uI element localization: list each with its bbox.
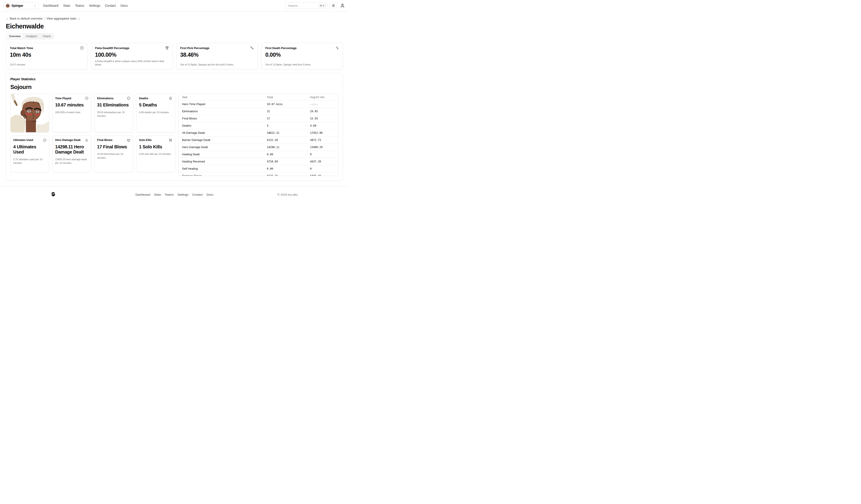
card-note: A Fleta Deadlift is when a player earns …: [95, 60, 169, 66]
card-note: 0.94 solo kills per 10 minutes: [139, 152, 172, 156]
breadcrumb: ← Back to default overview | View aggreg…: [6, 17, 343, 20]
first-pick-card: First Pick Percentage 38.46% Out of 13 f…: [176, 43, 258, 69]
stats-table: Stat Total Avg/10 min Hero Time Played 1…: [178, 94, 339, 176]
card-label: Fleta Deadlift Percentage: [95, 46, 129, 50]
table-row: Deaths 5 4.69: [178, 122, 338, 129]
card-label: Final Blows: [97, 139, 112, 142]
card-value: 17 Final Blows: [97, 144, 130, 150]
crosshair-icon: [127, 97, 130, 100]
footer-nav-docs[interactable]: Docs: [206, 193, 214, 196]
table-row: Healing Received 4734.69 4437.39: [178, 158, 338, 165]
table-row: Barrier Damage Dealt 4132.20 3872.73: [178, 137, 338, 144]
card-label: First Pick Percentage: [180, 46, 209, 50]
breadcrumb-separator: |: [44, 17, 45, 20]
player-statistics-panel: Player Statistics Sojourn: [6, 73, 343, 181]
final-blows-card: Final Blows 17 Final Blows 15.93 final b…: [94, 136, 133, 172]
circle-check-icon: [43, 139, 46, 142]
card-value: 5 Deaths: [139, 102, 172, 108]
hero-damage-card: Hero Damage Dealt 14298.11 Hero Damage D…: [52, 136, 91, 172]
search-input[interactable]: ⌘ K: [285, 2, 327, 9]
tab-analytics[interactable]: Analytics: [24, 34, 40, 39]
table-header-row: Stat Total Avg/10 min: [178, 94, 338, 101]
team-avatar: [6, 4, 10, 8]
nav-settings[interactable]: Settings: [89, 4, 100, 8]
hero-portrait: [10, 94, 49, 132]
chevrons-up-down-icon: [33, 4, 36, 7]
team-selector[interactable]: Spingar: [3, 2, 39, 9]
ultimates-used-card: Ultimates Used 4 Ultimates Used 3.75 ult…: [10, 136, 49, 172]
clock-icon: [80, 46, 84, 50]
card-value: 1 Solo Kills: [139, 144, 172, 150]
card-value: 14298.11 Hero Damage Dealt: [55, 144, 88, 155]
card-label: Ultimates Used: [13, 139, 33, 142]
footer-nav-settings[interactable]: Settings: [178, 193, 189, 196]
primary-nav: Dashboard Stats Teams Settings Contact D…: [43, 4, 127, 8]
column-header-avg: Avg/10 min: [306, 94, 338, 101]
nav-dashboard[interactable]: Dashboard: [43, 4, 58, 8]
clock-icon: [85, 97, 88, 100]
nav-teams[interactable]: Teams: [75, 4, 84, 8]
player-cards: Time Played 10.67 minutes 100.00% of mat…: [10, 94, 175, 172]
table-row: Healing Dealt 0.00 0: [178, 151, 338, 158]
card-value: 0.00%: [265, 52, 339, 58]
main-content: ← Back to default overview | View aggreg…: [0, 17, 349, 181]
table-row: Hero Damage Dealt 14298.11 13400.29: [178, 144, 338, 151]
card-note: 29.05 eliminations per 10 minutes: [97, 111, 130, 118]
table-row: Final Blows 17 15.93: [178, 115, 338, 122]
card-value: 4 Ultimates Used: [13, 144, 46, 155]
back-link[interactable]: ← Back to default overview: [6, 17, 43, 20]
eliminations-card: Eliminations 31 Eliminations 29.05 elimi…: [94, 94, 133, 132]
medal-icon: [165, 46, 169, 50]
tab-overview[interactable]: Overview: [6, 34, 23, 39]
team-selector-label: Spingar: [11, 4, 23, 8]
table-row: All Damage Dealt 18622.31 17452.96: [178, 129, 338, 137]
shield-logo-icon: [51, 194, 56, 197]
swords-icon: [169, 139, 172, 142]
app-header: Spingar Dashboard Stats Teams Settings C…: [0, 0, 349, 11]
page-title: Eichenwalde: [6, 23, 343, 30]
footer-logo[interactable]: [51, 192, 56, 198]
card-value: 38.46%: [180, 52, 254, 58]
tabs: Overview Analytics Charts: [6, 33, 54, 40]
user-icon: [340, 3, 345, 8]
footer-nav-teams[interactable]: Teams: [165, 193, 174, 196]
skull-icon: [169, 97, 172, 100]
sword-icon: [250, 46, 254, 50]
nav-docs[interactable]: Docs: [120, 4, 127, 8]
search-field[interactable]: [288, 4, 318, 8]
card-label: First Death Percentage: [265, 46, 297, 50]
table-row: Damage Taken 6828.26 6399.49: [178, 172, 338, 176]
column-header-total: Total: [263, 94, 306, 101]
flame-icon: [85, 139, 88, 142]
card-note: 100.00% of match time: [55, 111, 88, 114]
card-note: 15.93 final blows per 10 minutes: [97, 152, 130, 159]
nav-stats[interactable]: Stats: [63, 4, 70, 8]
footer-nav: Dashboard Stats Teams Settings Contact D…: [135, 193, 214, 196]
sojourn-portrait: [11, 94, 49, 132]
card-value: 10m 40s: [10, 52, 84, 58]
card-label: Total Match Time: [10, 46, 33, 50]
card-value: 100.00%: [95, 52, 169, 58]
card-note: Out of 13 fights, Spingar got the first …: [180, 63, 254, 66]
total-match-time-card: Total Match Time 10m 40s 10.67 minutes: [6, 43, 88, 69]
theme-toggle-button[interactable]: [330, 2, 337, 9]
table-row: Hero Time Played 10.67 mins --:--: [178, 101, 338, 108]
table-row: Self Healing 0.00 0: [178, 165, 338, 172]
card-label: Eliminations: [97, 97, 113, 100]
tab-charts[interactable]: Charts: [40, 34, 53, 39]
footer-nav-dashboard[interactable]: Dashboard: [135, 193, 150, 196]
card-label: Hero Damage Dealt: [55, 139, 81, 142]
table-row: Eliminations 31 29.05: [178, 108, 338, 115]
aggregated-stats-link[interactable]: View aggregated stats →: [46, 17, 80, 20]
card-note: 4.69 deaths per 10 minutes: [139, 111, 172, 114]
footer-nav-contact[interactable]: Contact: [192, 193, 203, 196]
card-label: Solo Kills: [139, 139, 152, 142]
summary-cards: Total Match Time 10m 40s 10.67 minutes F…: [6, 43, 343, 69]
first-death-card: First Death Percentage 0.00% Out of 13 f…: [261, 43, 343, 69]
nav-contact[interactable]: Contact: [105, 4, 116, 8]
card-note: 13400.29 hero damage dealt per 10 minute…: [55, 157, 88, 165]
account-button[interactable]: [340, 3, 345, 9]
time-played-card: Time Played 10.67 minutes 100.00% of mat…: [52, 94, 91, 132]
activity-icon: [336, 46, 339, 50]
footer-nav-stats[interactable]: Stats: [154, 193, 161, 196]
